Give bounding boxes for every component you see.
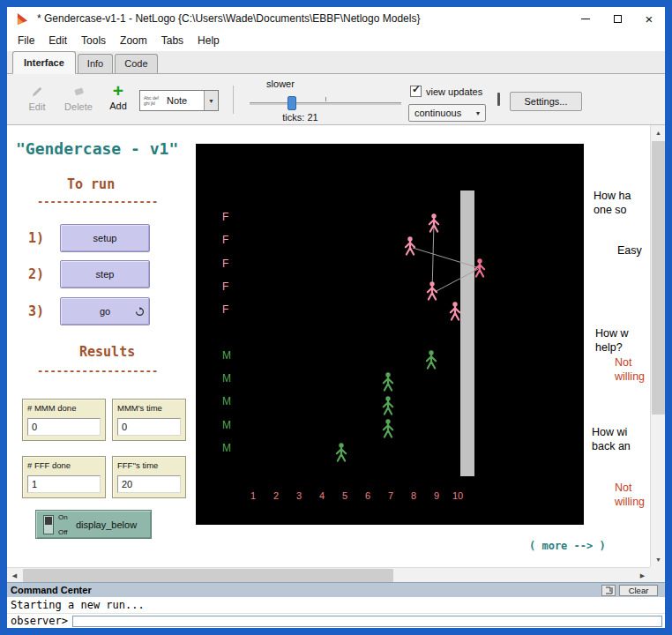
menu-edit[interactable]: Edit [41,32,74,49]
horizontal-scroll-thumb[interactable] [23,569,393,582]
monitor-value: 0 [27,418,101,436]
divider-note: ------------------- [37,365,158,377]
popout-button[interactable] [601,585,616,596]
setup-button[interactable]: setup [60,224,150,252]
maximize-button[interactable] [601,7,633,30]
command-line: observer> [7,613,665,628]
female-person [473,258,487,278]
view-updates-control[interactable]: ✓ view updates [410,86,482,97]
female-row-label: F [222,303,228,316]
monitor-value: 1 [27,475,101,493]
menu-file[interactable]: File [11,32,41,49]
clear-button[interactable]: Clear [619,585,658,596]
monitor-value: 20 [117,475,181,493]
command-input[interactable] [72,616,662,627]
update-mode-value: continuous [414,108,471,118]
monitor: # MMM done0 [22,399,106,441]
menu-tools[interactable]: Tools [74,32,113,49]
view-updates-label: view updates [426,86,482,97]
switch-on-label: On [58,513,68,521]
female-person [425,281,439,301]
male-row-label: M [222,349,231,362]
popout-icon [605,586,613,594]
male-person [381,372,395,392]
scroll-right-arrow[interactable]: ▶ [635,568,650,582]
checkbox-icon[interactable]: ✓ [410,86,422,97]
male-row-label: M [222,395,231,407]
scroll-up-arrow[interactable]: ▲ [651,125,665,140]
axis-number: 9 [429,490,444,501]
model-title-note: "Gendercase - v1" [16,139,178,158]
side-note-line: Easy [617,243,642,258]
eraser-icon [71,83,86,99]
side-note-line: Not [615,481,645,495]
menu-tabs[interactable]: Tabs [154,32,190,49]
menu-help[interactable]: Help [190,32,227,49]
close-button[interactable]: × [633,7,665,30]
step-button[interactable]: step [60,260,150,288]
delete-label: Delete [64,101,93,112]
axis-number: 6 [361,490,375,501]
side-note: How wiback an [592,425,631,453]
toolbar-separator [233,86,234,114]
checkmark-icon: ✓ [412,83,421,95]
scroll-left-arrow[interactable]: ◀ [7,568,22,582]
step-number: 1) [28,230,44,246]
side-note-line: willing [615,370,645,384]
widget-type-dropdown[interactable]: Abc def ghi jkl Note ▼ [139,90,219,111]
switch-knob[interactable] [45,517,52,525]
monitor: MMM's time0 [112,399,186,441]
tabbar: InterfaceInfoCode [7,51,665,74]
axis-number: 3 [292,490,306,501]
vertical-scrollbar[interactable]: ▲ ▼ [650,125,665,567]
step-number: 2) [28,266,44,282]
go-button[interactable]: go [60,297,150,325]
button-label: setup [93,233,117,243]
monitor-label: # FFF done [27,460,105,470]
tab-code[interactable]: Code [115,54,157,73]
male-row-label: M [222,419,231,431]
vertical-scroll-thumb[interactable] [652,141,665,415]
monitor-label: MMM's time [117,403,185,413]
delete-button[interactable]: Delete [58,83,99,112]
side-note-line: willing [615,495,645,509]
monitor: # FFF done1 [22,456,106,498]
turtle-links [196,144,584,525]
switch-name-label: display_below [76,519,137,530]
observer-prompt: observer> [11,615,68,627]
titlebar: * Gendercase-v1-1 - NetLogo {C:\Users\Wa… [7,7,665,30]
female-person [403,236,417,256]
speed-slider[interactable] [250,95,401,111]
tab-interface[interactable]: Interface [12,51,76,74]
menu-zoom[interactable]: Zoom [113,32,154,49]
monitor-value: 0 [117,418,181,436]
world-view[interactable]: FFFFFMMMMM12345678910 [196,144,584,525]
interface-panel: "Gendercase - v1" To run ---------------… [7,125,665,582]
side-note: Notwilling [615,481,645,509]
tab-info[interactable]: Info [78,54,113,73]
command-center-buttons: Clear [601,585,658,596]
axis-number: 5 [338,490,352,501]
forever-icon [135,307,145,317]
add-button[interactable]: + Add [101,83,136,111]
monitor: FFF''s time20 [112,456,186,498]
window-title: * Gendercase-v1-1 - NetLogo {C:\Users\Wa… [37,12,420,25]
switch-toggle[interactable] [43,515,54,534]
side-note-line: How ha [594,189,631,203]
slider-center-tick [325,97,326,101]
minimize-button[interactable] [570,7,601,30]
command-center-title: Command Center [11,585,92,595]
male-person [334,443,348,462]
scroll-down-arrow[interactable]: ▼ [651,552,665,567]
axis-number: 1 [246,490,260,501]
slider-thumb[interactable] [287,96,296,110]
axis-number: 2 [269,490,283,501]
edit-button[interactable]: Edit [19,83,55,112]
update-mode-dropdown[interactable]: continuous ▼ [408,104,486,122]
male-row-label: M [222,372,231,385]
note-preview-icon: Abc def ghi jkl [144,95,165,106]
display-below-switch[interactable]: On Off display_below [35,510,152,539]
results-heading: Results [79,344,135,360]
settings-button[interactable]: Settings... [510,92,582,111]
horizontal-scrollbar[interactable]: ◀ ▶ [7,567,650,582]
